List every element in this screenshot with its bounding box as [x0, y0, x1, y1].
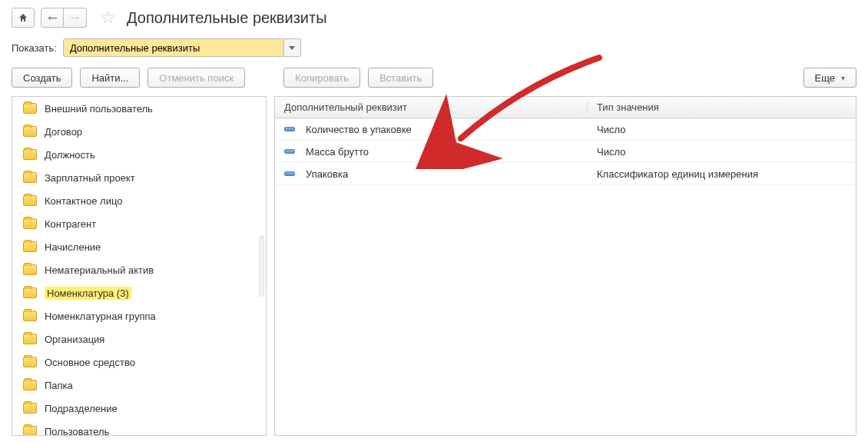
- tree-item-label: Нематериальный актив: [45, 264, 154, 276]
- tree-item-label: Организация: [45, 334, 104, 345]
- folder-icon: [23, 357, 37, 367]
- tree-item[interactable]: Договор: [12, 120, 266, 143]
- table-header: Дополнительный реквизит Тип значения: [275, 97, 856, 118]
- folder-icon: [23, 195, 37, 206]
- tree-item[interactable]: Внешний пользователь: [12, 97, 266, 120]
- tree-item[interactable]: Пользователь: [12, 420, 266, 436]
- attribute-icon: [284, 171, 295, 176]
- row-type: Число: [588, 146, 856, 158]
- folder-icon: [23, 311, 37, 321]
- table-row[interactable]: Масса бруттоЧисло: [275, 141, 856, 163]
- filter-label: Показать:: [12, 42, 57, 54]
- tree-item-label: Начисление: [45, 241, 101, 253]
- tree-item[interactable]: Нематериальный актив: [12, 258, 266, 281]
- attribute-icon: [284, 149, 295, 154]
- tree-item[interactable]: Основное средство: [12, 351, 266, 374]
- tree-item-label: Номенклатурная группа: [45, 311, 156, 322]
- paste-button[interactable]: Вставить: [368, 68, 433, 88]
- tree-scrollbar[interactable]: [259, 235, 264, 297]
- tree-item-label: Зарплатный проект: [45, 172, 135, 184]
- tree-item-label: Контактное лицо: [45, 195, 122, 207]
- tree-item[interactable]: Должность: [12, 143, 266, 166]
- folder-icon: [23, 403, 37, 414]
- tree-item-label: Договор: [45, 126, 82, 138]
- folder-icon: [23, 103, 37, 114]
- table-row[interactable]: Количество в упаковкеЧисло: [275, 118, 856, 141]
- tree-item[interactable]: Контрагент: [12, 212, 266, 235]
- tree-item-label: Контрагент: [45, 218, 96, 230]
- filter-dropdown[interactable]: [63, 38, 301, 57]
- tree-item[interactable]: Номенклатура (3): [12, 281, 266, 304]
- tree-item[interactable]: Папка: [12, 374, 266, 397]
- filter-input[interactable]: [63, 38, 284, 57]
- row-type: Число: [588, 124, 856, 135]
- folder-icon: [23, 241, 37, 252]
- row-name: Количество в упаковке: [306, 124, 412, 135]
- row-name: Масса брутто: [306, 146, 369, 158]
- header-requisite[interactable]: Дополнительный реквизит: [275, 101, 588, 113]
- attribute-icon: [284, 127, 295, 131]
- filter-dropdown-toggle[interactable]: [284, 38, 301, 57]
- tree-item-label: Папка: [45, 380, 73, 391]
- tree-item-label: Должность: [45, 149, 95, 161]
- more-button[interactable]: Еще: [803, 68, 856, 88]
- folder-icon: [23, 172, 37, 183]
- row-type: Классификатор единиц измерения: [588, 168, 856, 180]
- folder-icon: [23, 149, 37, 160]
- folder-icon: [23, 218, 37, 229]
- header-type[interactable]: Тип значения: [588, 101, 856, 113]
- tree-item-label: Пользователь: [45, 426, 109, 437]
- folder-icon: [23, 287, 37, 298]
- create-button[interactable]: Создать: [12, 68, 72, 88]
- tree-item-label: Внешний пользователь: [45, 103, 153, 115]
- tree-item[interactable]: Подразделение: [12, 397, 266, 420]
- folder-icon: [23, 380, 37, 390]
- forward-button[interactable]: 🡒: [64, 8, 87, 28]
- tree-item[interactable]: Номенклатурная группа: [12, 304, 266, 327]
- tree-panel[interactable]: Внешний пользовательДоговорДолжностьЗарп…: [12, 96, 267, 436]
- folder-icon: [23, 264, 37, 275]
- tree-item[interactable]: Организация: [12, 327, 266, 351]
- tree-item-label: Номенклатура (3): [45, 287, 131, 300]
- table-row[interactable]: УпаковкаКлассификатор единиц измерения: [275, 163, 856, 185]
- favorite-icon[interactable]: ☆: [101, 8, 116, 28]
- tree-item[interactable]: Начисление: [12, 235, 266, 258]
- home-button[interactable]: [12, 8, 35, 28]
- folder-icon: [23, 126, 37, 137]
- row-name: Упаковка: [306, 168, 348, 180]
- back-button[interactable]: 🡐: [41, 8, 64, 28]
- tree-item[interactable]: Зарплатный проект: [12, 166, 266, 189]
- cancel-search-button[interactable]: Отменить поиск: [147, 68, 245, 88]
- tree-item-label: Основное средство: [45, 357, 135, 368]
- page-title: Дополнительные реквизиты: [127, 9, 327, 27]
- table-panel: Дополнительный реквизит Тип значения Кол…: [274, 96, 856, 436]
- copy-button[interactable]: Копировать: [283, 68, 360, 88]
- folder-icon: [23, 426, 37, 436]
- folder-icon: [23, 334, 37, 344]
- find-button[interactable]: Найти...: [80, 68, 140, 88]
- tree-item-label: Подразделение: [45, 403, 118, 414]
- tree-item[interactable]: Контактное лицо: [12, 189, 266, 212]
